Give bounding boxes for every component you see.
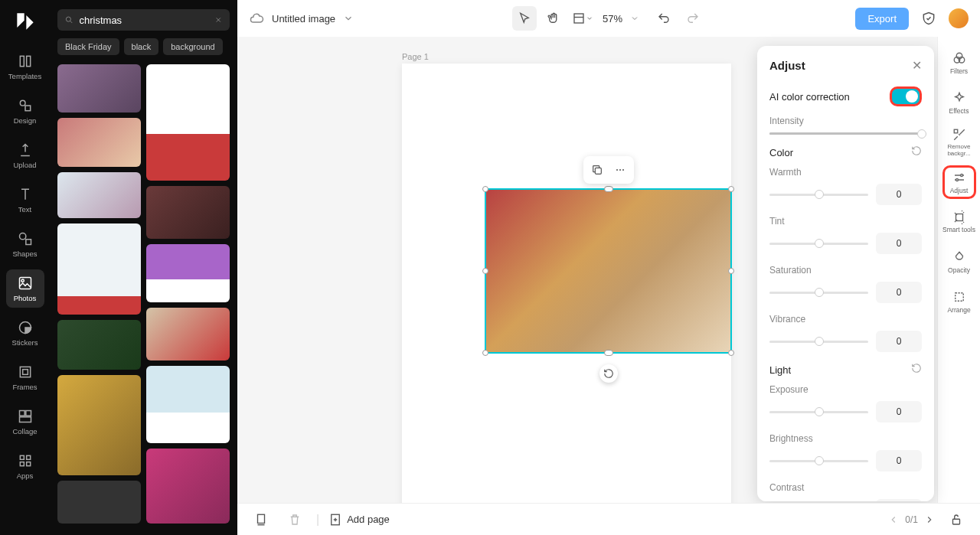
page-label: Page 1 [402,52,429,61]
photo-result[interactable] [146,244,230,302]
undo-button[interactable] [652,6,676,31]
rnav-effects[interactable]: Effects [942,86,976,119]
more-button[interactable] [609,159,631,181]
svg-point-17 [66,17,70,21]
resize-tool[interactable] [570,6,595,31]
svg-point-6 [21,279,24,282]
svg-point-21 [619,169,621,171]
saturation-value[interactable]: 0 [876,282,922,303]
delete-button[interactable] [283,507,307,532]
export-button[interactable]: Export [855,8,909,30]
image-content [486,190,730,352]
resize-handle[interactable] [482,186,488,192]
exposure-slider[interactable] [769,411,868,413]
resize-handle[interactable] [604,186,613,192]
nav-templates[interactable]: Templates [6,47,44,86]
contrast-value[interactable]: 0 [876,499,922,501]
exposure-value[interactable]: 0 [876,401,922,422]
svg-rect-0 [20,56,24,66]
light-section-title: Light [769,364,791,376]
photo-result[interactable] [146,64,230,181]
nav-photos[interactable]: Photos [6,269,44,308]
photo-result[interactable] [57,118,141,166]
add-page-button[interactable]: Add page [328,513,390,527]
nav-text[interactable]: Text [6,181,44,219]
chevron-down-icon[interactable] [630,14,639,23]
clear-search-icon[interactable] [214,14,223,26]
page[interactable] [402,64,731,503]
photo-result[interactable] [57,64,141,113]
vibrance-slider[interactable] [769,341,868,343]
svg-point-4 [19,233,25,239]
intensity-slider[interactable] [769,132,922,135]
redo-button[interactable] [681,6,705,31]
svg-rect-13 [20,455,24,459]
left-nav: Templates Design Upload Text Shapes Phot… [0,0,50,535]
file-title[interactable]: Untitled image [272,13,335,24]
prev-page-button[interactable] [888,514,899,525]
chevron-down-icon[interactable] [343,13,354,24]
saturation-slider[interactable] [769,292,868,294]
photo-result[interactable] [57,223,141,315]
resize-handle[interactable] [482,268,488,274]
select-tool[interactable] [512,6,537,31]
photo-result[interactable] [146,186,230,238]
svg-rect-8 [20,367,30,377]
resize-handle[interactable] [604,350,613,356]
rotate-handle[interactable] [599,364,618,383]
brightness-value[interactable]: 0 [876,450,922,471]
vibrance-value[interactable]: 0 [876,331,922,352]
next-page-button[interactable] [924,514,935,525]
photo-result[interactable] [57,172,141,218]
reset-color-button[interactable] [911,145,922,159]
rnav-remove-bg[interactable]: Remove backgr... [942,126,976,159]
warmth-value[interactable]: 0 [876,184,922,205]
tag-background[interactable]: background [163,38,223,55]
hand-tool[interactable] [541,6,566,31]
pages-button[interactable] [249,507,273,532]
resize-handle[interactable] [482,350,488,356]
nav-collage[interactable]: Collage [6,403,44,441]
close-panel-button[interactable]: ✕ [912,58,922,73]
photo-result[interactable] [146,308,230,360]
nav-upload[interactable]: Upload [6,136,44,175]
rnav-smart-tools[interactable]: Smart tools [942,205,976,239]
zoom-level[interactable]: 57% [599,13,626,24]
copy-button[interactable] [586,159,608,181]
svg-rect-9 [22,369,28,374]
photo-result[interactable] [146,449,230,524]
resize-handle[interactable] [728,186,734,192]
rnav-filters[interactable]: Filters [942,46,976,80]
nav-shapes[interactable]: Shapes [6,225,44,263]
shield-icon[interactable] [916,6,941,31]
tag-black-friday[interactable]: Black Friday [57,38,119,55]
nav-stickers[interactable]: Stickers [6,314,44,352]
user-avatar[interactable] [949,8,969,28]
tag-row: Black Friday black background [57,38,230,55]
tint-slider[interactable] [769,243,868,245]
search-input[interactable] [80,15,208,26]
reset-light-button[interactable] [911,363,922,377]
tag-black[interactable]: black [124,38,159,55]
resize-handle[interactable] [728,268,734,274]
lock-button[interactable] [944,507,969,532]
brightness-slider[interactable] [769,460,868,462]
resize-handle[interactable] [728,350,734,356]
photo-result[interactable] [57,320,141,370]
photo-result[interactable] [57,481,141,524]
rnav-arrange[interactable]: Arrange [942,285,976,318]
rnav-adjust[interactable]: Adjust [942,165,976,199]
nav-design[interactable]: Design [6,92,44,130]
rnav-opacity[interactable]: Opacity [942,245,976,279]
photo-result[interactable] [57,375,141,475]
app-logo[interactable] [13,9,38,34]
nav-apps[interactable]: Apps [6,447,44,485]
svg-rect-11 [25,410,31,416]
warmth-slider[interactable] [769,194,868,196]
selected-image[interactable] [485,188,732,354]
bottom-bar: | Add page 0/1 [237,503,980,535]
ai-correction-toggle[interactable] [890,86,922,106]
nav-frames[interactable]: Frames [6,358,44,396]
tint-value[interactable]: 0 [876,233,922,254]
photo-result[interactable] [146,366,230,444]
